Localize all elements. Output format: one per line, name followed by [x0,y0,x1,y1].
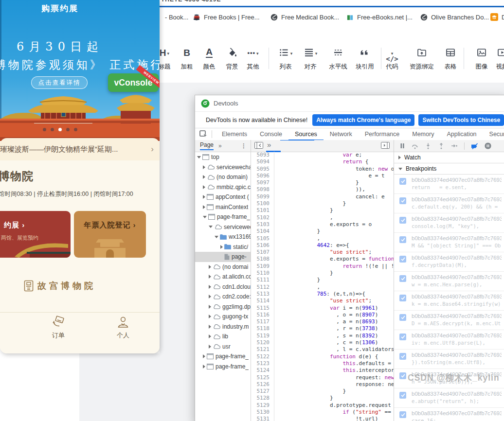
tree-item[interactable]: mmbiz.qpic.c [195,182,251,193]
breakpoint-entry[interactable]: b0b0a83374ed4907ec07a8fb7c76931e.abrupt(… [394,388,504,408]
breakpoint-entry[interactable]: b0b0a83374ed4907ec07a8fb7c76931}).toStri… [394,350,504,369]
breakpoint-checkbox[interactable] [399,197,406,204]
breakpoint-entry[interactable]: b0b0a83374ed4907ec07a8fb7c76931M && "[ob… [394,233,504,252]
tree-item[interactable]: wx13169 [195,232,251,242]
step-icon[interactable] [451,143,458,149]
more-files-icon[interactable]: » [267,140,270,149]
line-number[interactable]: 5116 [251,312,274,318]
line-number[interactable]: 5096 [251,173,274,179]
breakpoint-entry[interactable]: b0b0a83374ed4907ec07a8fb7c76931w = m.enc… [394,272,504,291]
tree-item[interactable]: cdn1.dclou [195,282,251,292]
tree-item[interactable]: mainContext [195,202,251,212]
tree-item[interactable]: servicewecha [195,162,251,173]
tab-page[interactable]: Page [200,141,214,150]
step-into-icon[interactable] [425,143,432,149]
devtools-tab-performance[interactable]: Performance [359,128,406,140]
tree-item[interactable]: at.alicdn.cc [195,272,251,282]
tree-item[interactable]: (no domai [195,262,251,272]
devtools-tab-elements[interactable]: Elements [216,128,253,140]
tree-item[interactable]: appContext ( [195,192,251,202]
tree-item[interactable]: page-frame_ [195,362,251,372]
toolbar-video-button[interactable]: 视频 [486,44,504,71]
line-number[interactable]: 5121 [251,346,274,353]
line-number[interactable]: 5119 [251,333,274,339]
devtools-tab-security[interactable]: Security [483,128,504,140]
line-number[interactable]: 5131 [251,416,274,421]
breakpoint-checkbox[interactable] [399,178,406,185]
bookmark-item[interactable]: - Book... [162,7,188,27]
line-number[interactable]: 5102 [251,214,274,221]
breakpoint-checkbox[interactable] [399,217,406,224]
bookmark-item[interactable]: Free Medical Book... [270,7,339,27]
tree-item[interactable]: cdn2.code: [195,292,251,302]
line-number[interactable]: 5114 [251,298,274,304]
banner-image[interactable]: 购票约展 6月30日起 博物院参观须知》 正式施行 点击查看详情 vConsol… [0,0,160,141]
line-number[interactable]: 5117 [251,318,274,325]
line-number[interactable]: 5107 [251,249,274,256]
breakpoint-entry[interactable]: b0b0a83374ed4907ec07a8fb7c76931k = m.enc… [394,291,504,311]
line-number[interactable]: 5122 [251,353,274,360]
line-number[interactable]: 5120 [251,339,274,346]
devtools-tab-memory[interactable]: Memory [406,128,440,140]
view-details-button[interactable]: 点击查看详情 [31,76,88,89]
breakpoint-entry[interactable]: b0b0a83374ed4907ec07a8fb7c76931c.default… [394,194,504,213]
next-editor-icon[interactable] [381,142,390,151]
tab-orders[interactable]: 订单 [41,315,76,340]
line-number[interactable]: 5125 [251,374,274,381]
line-number[interactable]: 5123 [251,360,274,367]
toolbar-align-button[interactable]: ▾对齐 [295,44,326,71]
line-number[interactable]: 5094 [251,158,274,165]
breakpoint-checkbox[interactable] [399,314,406,321]
devtools-tab-network[interactable]: Network [324,128,359,140]
breakpoints-section-header[interactable]: Breakpoints [394,163,504,175]
tree-item[interactable]: industry.m [195,322,251,332]
breakpoint-entry[interactable]: b0b0a83374ed4907ec07a8fb7c76931iv: m.enc… [394,330,504,350]
carousel-dot[interactable] [74,128,77,131]
more-tabs-icon[interactable]: » [218,142,221,149]
carousel-dot[interactable] [58,128,62,131]
booking-card[interactable]: 约展 › 两馆、展览预约 [0,211,71,258]
tree-item[interactable]: ggzlimg.dp [195,302,251,312]
breakpoint-entry[interactable]: b0b0a83374ed4907ec07a8fb7c76931console.l… [394,213,504,233]
line-number[interactable]: 5115 [251,305,274,312]
line-number[interactable]: 5097 [251,179,274,186]
inspect-element-icon[interactable] [199,130,208,140]
breakpoint-checkbox[interactable] [399,275,406,282]
line-number[interactable]: 5099 [251,193,274,200]
line-number[interactable]: 5095 [251,166,274,173]
breakpoint-checkbox[interactable] [399,295,406,301]
breakpoint-entry[interactable]: b0b0a83374ed4907ec07a8fb7c76931f.decrypt… [394,252,504,272]
line-number[interactable]: 5104 [251,228,274,235]
devtools-tab-sources[interactable]: Sources [288,128,324,140]
carousel-dots[interactable] [0,128,120,131]
bookmark-item[interactable]: Free Books | Free... [193,7,260,27]
bookmark-item[interactable]: Free-eBooks.net |... [346,7,413,27]
always-match-language-button[interactable]: Always match Chrome's language [312,114,414,126]
line-number[interactable]: 5113 [251,291,274,298]
pause-on-exceptions-icon[interactable] [485,142,491,149]
line-number[interactable]: 5129 [251,402,274,409]
pause-script-icon[interactable] [399,143,405,149]
breakpoint-checkbox[interactable] [399,333,406,340]
annual-pass-card[interactable]: 年票入院登记 › [74,211,146,258]
deactivate-breakpoints-icon[interactable] [471,143,478,149]
carousel-dot[interactable] [43,128,46,131]
toolbar-quote-button[interactable]: 块引用 [349,44,380,71]
line-number[interactable]: 5124 [251,367,274,374]
line-number[interactable]: 5100 [251,200,274,207]
step-over-icon[interactable] [412,143,418,149]
bookmark-item[interactable]: D [490,7,504,27]
line-number[interactable]: 5103 [251,221,274,228]
vconsole-button[interactable]: vConsole WEBVIEW [108,73,159,92]
watch-section-header[interactable]: Watch [394,152,504,163]
breakpoint-entry[interactable]: b0b0a83374ed4907ec07a8fb7c76931return _ … [394,175,504,194]
tree-item[interactable]: page-frame_ [195,212,251,222]
carousel-dot[interactable] [66,128,70,131]
line-number[interactable]: 5105 [251,235,274,242]
breakpoint-checkbox[interactable] [399,411,406,418]
line-number[interactable]: 5098 [251,186,274,193]
tree-item[interactable]: usr [195,342,251,352]
line-number[interactable]: 5128 [251,395,274,402]
notice-bar[interactable]: “璀璨波斯——伊朗文物精华展”延期... › [0,138,160,160]
breakpoint-checkbox[interactable] [399,372,406,379]
